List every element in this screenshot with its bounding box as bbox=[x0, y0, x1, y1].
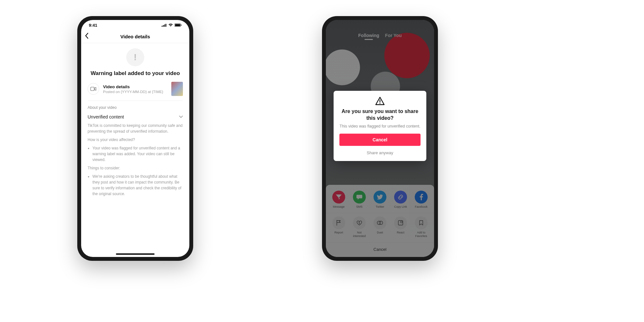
svg-rect-5 bbox=[175, 24, 180, 26]
modal-cancel-button[interactable]: Cancel bbox=[339, 134, 421, 146]
signal-icon bbox=[162, 24, 167, 27]
back-button[interactable] bbox=[85, 33, 89, 40]
body-q2: Things to consider: bbox=[88, 165, 183, 171]
svg-rect-7 bbox=[91, 87, 94, 91]
phone-mockup-left: 9:41 Video details ! Warning label added… bbox=[77, 16, 193, 261]
share-warning-modal: Are you sure you want to share this vide… bbox=[334, 91, 426, 161]
screen-left: 9:41 Video details ! Warning label added… bbox=[81, 20, 189, 257]
phone-mockup-right: Following For You Message SMS bbox=[322, 16, 438, 261]
screen-right: Following For You Message SMS bbox=[326, 20, 434, 257]
unverified-content-expander[interactable]: Unverified content bbox=[81, 112, 189, 123]
svg-rect-1 bbox=[163, 25, 164, 27]
video-thumbnail[interactable] bbox=[171, 82, 183, 96]
video-camera-icon bbox=[88, 83, 99, 95]
video-subtitle: Posted on {YYYY-MM-DD} at {TIME} bbox=[103, 90, 167, 94]
svg-rect-0 bbox=[162, 26, 163, 27]
wifi-icon bbox=[168, 24, 173, 27]
chevron-down-icon bbox=[179, 116, 183, 118]
video-info: Video details Posted on {YYYY-MM-DD} at … bbox=[103, 84, 167, 94]
svg-rect-3 bbox=[166, 24, 166, 27]
section-label: About your video bbox=[81, 101, 189, 112]
expander-label: Unverified content bbox=[88, 114, 124, 119]
body-b1: Your video was flagged for unverified co… bbox=[92, 145, 183, 163]
warning-title: Warning label added to your video bbox=[88, 70, 183, 77]
battery-icon bbox=[175, 24, 182, 27]
svg-rect-6 bbox=[181, 24, 182, 26]
body-text: TikTok is committed to keeping our commu… bbox=[81, 123, 189, 197]
modal-title: Are you sure you want to share this vide… bbox=[339, 108, 421, 122]
warning-triangle-icon bbox=[375, 97, 385, 106]
warning-header: ! Warning label added to your video bbox=[81, 43, 189, 77]
status-time: 9:41 bbox=[89, 23, 97, 28]
video-title: Video details bbox=[103, 84, 167, 89]
nav-bar: Video details bbox=[81, 30, 189, 43]
chevron-left-icon bbox=[85, 33, 89, 39]
video-details-row[interactable]: Video details Posted on {YYYY-MM-DD} at … bbox=[81, 77, 189, 100]
nav-title: Video details bbox=[81, 34, 189, 39]
home-indicator[interactable] bbox=[116, 253, 155, 255]
body-b2: We're asking creators to be thoughtful a… bbox=[92, 174, 183, 197]
body-q1: How is your video affected? bbox=[88, 137, 183, 143]
exclamation-icon: ! bbox=[126, 48, 144, 66]
svg-point-13 bbox=[380, 103, 381, 104]
svg-rect-2 bbox=[164, 24, 165, 27]
modal-share-anyway-button[interactable]: Share anyway bbox=[339, 149, 421, 156]
status-icons bbox=[162, 24, 182, 27]
modal-subtitle: This video was flagged for unverified co… bbox=[339, 124, 421, 129]
body-intro: TikTok is committed to keeping our commu… bbox=[88, 123, 183, 134]
status-bar: 9:41 bbox=[81, 20, 189, 30]
